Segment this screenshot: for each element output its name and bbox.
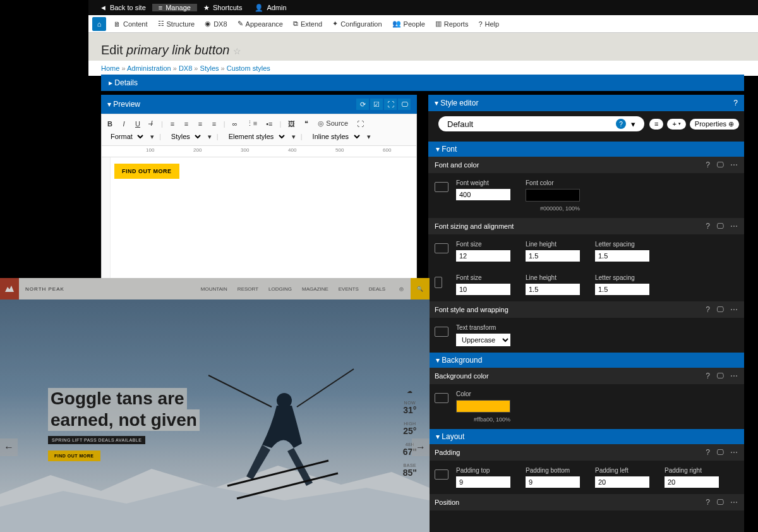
add-button[interactable]: +▾ [667, 119, 685, 130]
help-icon[interactable]: ? [706, 305, 710, 314]
inline-styles-select[interactable]: Inline styles [308, 131, 362, 142]
letter-spacing-input-mobile[interactable] [595, 284, 649, 295]
properties-button[interactable]: Properties ⊕ [690, 119, 739, 130]
desktop-breakpoint-icon[interactable] [435, 243, 448, 253]
padding-top-input[interactable] [456, 476, 510, 488]
state-selector[interactable]: Default ? ▾ [438, 116, 644, 131]
details-accordion[interactable]: ▸ Details [101, 75, 744, 91]
crumb-dx8[interactable]: DX8 [179, 64, 192, 72]
nav-lodging[interactable]: LODGING [268, 286, 292, 292]
italic-button[interactable]: I [119, 119, 128, 129]
state-help-icon[interactable]: ? [616, 119, 626, 129]
bg-color-swatch[interactable] [456, 400, 510, 413]
admin-content[interactable]: 🗎Content [109, 20, 153, 28]
desktop-breakpoint-icon[interactable] [435, 469, 448, 480]
shortcuts-link[interactable]: ★Shortcuts [197, 4, 248, 12]
padding-right-input[interactable] [665, 476, 719, 488]
underline-button[interactable]: U [133, 119, 142, 129]
nav-deals[interactable]: DEALS [369, 286, 385, 292]
more-icon[interactable]: ⋯ [730, 448, 738, 457]
text-transform-select[interactable]: Uppercase [456, 334, 510, 346]
admin-people[interactable]: 👥People [387, 20, 430, 28]
line-height-input[interactable] [526, 250, 580, 262]
desktop-breakpoint-icon[interactable] [435, 393, 448, 403]
crumb-home[interactable]: Home [101, 64, 119, 72]
next-slide-button[interactable]: → [412, 438, 430, 456]
crumb-admin[interactable]: Administration [127, 64, 171, 72]
letter-spacing-input[interactable] [595, 250, 649, 262]
check-icon[interactable]: ☑ [370, 99, 383, 110]
desktop-icon[interactable]: 🖵 [398, 99, 411, 110]
font-weight-input[interactable] [456, 189, 510, 200]
breakpoint-icon[interactable]: 🖵 [716, 305, 724, 314]
search-icon[interactable]: 🔍 [411, 278, 430, 299]
line-height-input-mobile[interactable] [526, 284, 580, 295]
ul-button[interactable]: •≡ [264, 119, 274, 129]
list-button[interactable]: ≡ [649, 119, 663, 130]
more-icon[interactable]: ⋯ [730, 160, 738, 169]
align-left-button[interactable]: ≡ [168, 119, 177, 129]
admin-appearance[interactable]: ✎Appearance [232, 20, 288, 28]
desktop-breakpoint-icon[interactable] [435, 182, 448, 192]
desktop-breakpoint-icon[interactable] [435, 327, 448, 337]
admin-user[interactable]: 👤Admin [248, 4, 292, 12]
nav-events[interactable]: EVENTS [339, 286, 359, 292]
format-select[interactable]: Format [105, 131, 145, 142]
source-button[interactable]: ◎ Source [316, 118, 350, 129]
align-center-button[interactable]: ≡ [182, 119, 191, 129]
admin-config[interactable]: ✦Configuration [327, 20, 387, 28]
nav-magazine[interactable]: MAGAZINE [302, 286, 328, 292]
manage-toggle[interactable]: ≡Manage [152, 4, 197, 11]
site-logo[interactable] [0, 278, 19, 299]
font-color-swatch[interactable] [526, 189, 580, 202]
help-icon[interactable]: ? [706, 372, 710, 380]
admin-help[interactable]: ?Help [473, 20, 504, 28]
crumb-custom[interactable]: Custom styles [227, 64, 270, 72]
help-icon[interactable]: ? [706, 448, 710, 457]
breakpoint-icon[interactable]: 🖵 [716, 448, 724, 457]
align-justify-button[interactable]: ≡ [210, 119, 219, 129]
target-icon[interactable]: ◎ [392, 278, 411, 299]
section-background[interactable]: ▾ Background [428, 353, 744, 368]
more-icon[interactable]: ⋯ [730, 372, 738, 380]
nav-mountain[interactable]: MOUNTAIN [201, 286, 227, 292]
clear-format-button[interactable]: I̶ [147, 118, 156, 129]
home-icon[interactable]: ⌂ [92, 17, 106, 31]
help-icon[interactable]: ? [706, 222, 710, 231]
padding-left-input[interactable] [595, 476, 649, 488]
padding-bottom-input[interactable] [526, 476, 580, 488]
admin-structure[interactable]: ☷Structure [153, 20, 200, 28]
more-icon[interactable]: ⋯ [730, 305, 738, 314]
prev-slide-button[interactable]: ← [0, 438, 18, 456]
breakpoint-icon[interactable]: 🖵 [716, 222, 724, 231]
fullscreen-button[interactable]: ⛶ [355, 119, 366, 129]
section-layout[interactable]: ▾ Layout [428, 429, 744, 444]
crumb-styles[interactable]: Styles [200, 64, 219, 72]
ol-button[interactable]: ⋮≡ [244, 118, 259, 129]
align-right-button[interactable]: ≡ [196, 119, 205, 129]
bold-button[interactable]: B [105, 119, 114, 129]
admin-reports[interactable]: ▥Reports [430, 20, 474, 28]
styles-select[interactable]: Styles [166, 131, 203, 142]
help-icon[interactable]: ? [706, 498, 710, 507]
hero-cta-button[interactable]: FIND OUT MORE [48, 450, 100, 461]
breakpoint-icon[interactable]: 🖵 [716, 498, 724, 507]
link-button[interactable]: ∞ [231, 119, 239, 129]
favorite-icon[interactable]: ☆ [233, 46, 241, 56]
back-to-site[interactable]: ◄Back to site [93, 4, 152, 11]
help-icon[interactable]: ? [733, 99, 738, 107]
font-size-input-mobile[interactable] [456, 284, 510, 295]
font-size-input[interactable] [456, 250, 510, 262]
help-icon[interactable]: ? [706, 160, 710, 169]
admin-dx8[interactable]: ◉DX8 [200, 20, 232, 28]
image-button[interactable]: 🖼 [286, 119, 297, 129]
quote-button[interactable]: ❝ [302, 118, 311, 129]
section-font[interactable]: ▾ Font [428, 142, 744, 157]
site-name[interactable]: NORTH PEAK [19, 286, 71, 292]
breakpoint-icon[interactable]: 🖵 [716, 372, 724, 380]
refresh-icon[interactable]: ⟳ [356, 99, 369, 110]
nav-resort[interactable]: RESORT [238, 286, 258, 292]
element-styles-select[interactable]: Element styles [224, 131, 287, 142]
admin-extend[interactable]: ⧉Extend [288, 20, 327, 28]
mobile-breakpoint-icon[interactable] [435, 277, 442, 288]
